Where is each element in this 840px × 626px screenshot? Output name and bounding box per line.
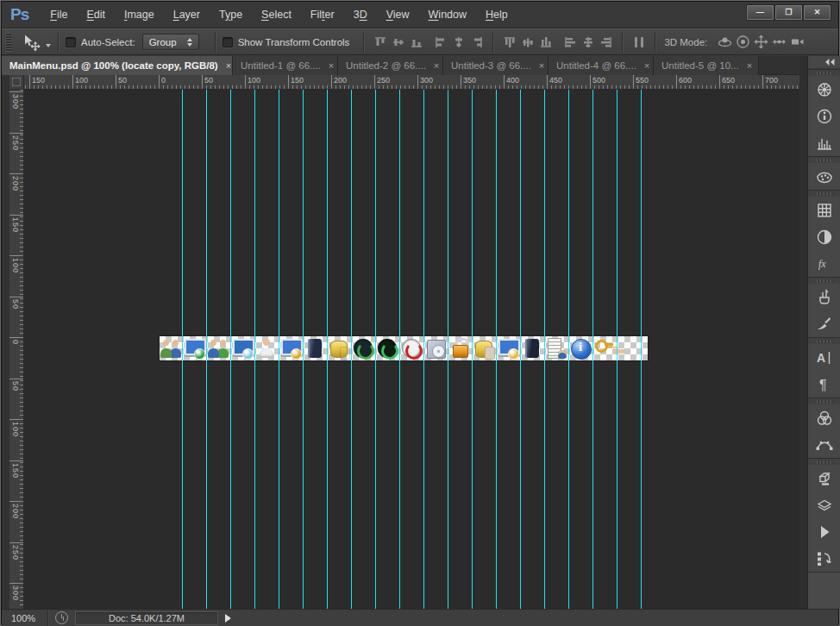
- document-tab-2[interactable]: Untitled-1 @ 66....×: [233, 56, 338, 75]
- 3d-roll-icon[interactable]: [734, 33, 752, 52]
- user-account-icon[interactable]: [255, 337, 278, 360]
- guide-vertical[interactable]: [496, 90, 497, 609]
- panel-group-gripper[interactable]: [808, 337, 840, 344]
- menu-layer[interactable]: Layer: [164, 2, 210, 28]
- menu-file[interactable]: File: [41, 2, 77, 28]
- guide-vertical[interactable]: [592, 90, 593, 609]
- panel-group-gripper[interactable]: [808, 69, 840, 76]
- info-icon[interactable]: [569, 337, 592, 360]
- zoom-level-field[interactable]: 100%: [11, 613, 47, 623]
- panel-button-navigator[interactable]: [808, 76, 840, 103]
- tab-close-icon[interactable]: ×: [226, 60, 231, 71]
- menu-image[interactable]: Image: [115, 2, 164, 28]
- guide-vertical[interactable]: [617, 90, 617, 609]
- panel-button-layers[interactable]: [808, 491, 840, 518]
- panel-button-histogram[interactable]: [808, 129, 840, 156]
- status-options-arrow-icon[interactable]: [225, 614, 231, 623]
- options-bar-gripper[interactable]: [6, 33, 11, 52]
- panel-button-tool-presets[interactable]: [808, 284, 840, 310]
- menu-3d[interactable]: 3D: [344, 2, 377, 28]
- menu-toolbar-artwork[interactable]: [160, 336, 648, 360]
- software-box-icon[interactable]: [424, 337, 447, 360]
- distribute-top-edges-icon[interactable]: [500, 33, 518, 52]
- guide-vertical[interactable]: [351, 90, 352, 609]
- panel-button-swatches[interactable]: [808, 197, 840, 223]
- guide-vertical[interactable]: [399, 90, 400, 609]
- database-icon[interactable]: [328, 337, 350, 360]
- doc-size-field[interactable]: Doc: 54.0K/1.27M: [75, 611, 218, 625]
- monitor-presentation-icon[interactable]: [231, 337, 254, 360]
- 3d-rotate-icon[interactable]: [716, 33, 734, 52]
- vertical-ruler[interactable]: 30025020015010050050100150200250300: [9, 90, 24, 609]
- menu-filter[interactable]: Filter: [301, 2, 344, 28]
- document-tab-1[interactable]: MainMenu.psd @ 100% (locate copy, RGB/8)…: [2, 56, 233, 75]
- tab-close-icon[interactable]: ×: [539, 60, 544, 71]
- panel-button-adjustments[interactable]: [808, 223, 840, 250]
- guide-vertical[interactable]: [303, 90, 304, 609]
- 3d-slide-icon[interactable]: [770, 33, 788, 52]
- menu-view[interactable]: View: [377, 2, 419, 28]
- distribute-vertical-centers-icon[interactable]: [518, 33, 536, 52]
- book-dark-icon[interactable]: [521, 337, 543, 360]
- panel-button-paths[interactable]: [808, 431, 840, 458]
- binder-dark-icon[interactable]: [304, 337, 326, 360]
- align-top-edges-icon[interactable]: [371, 33, 389, 52]
- horizontal-ruler[interactable]: 1501005005010015020025030035040045050055…: [24, 75, 799, 90]
- sync-green-icon[interactable]: [352, 337, 374, 360]
- guide-vertical[interactable]: [254, 90, 255, 609]
- distribute-horizontal-centers-icon[interactable]: [579, 33, 597, 52]
- computer-edit-icon[interactable]: [497, 337, 519, 360]
- panel-button-actions[interactable]: [808, 518, 840, 545]
- tool-preset-caret-icon[interactable]: [46, 44, 51, 47]
- panel-button-styles[interactable]: fx: [808, 250, 840, 277]
- panel-button-info[interactable]: [808, 103, 840, 129]
- document-tab-3[interactable]: Untitled-2 @ 66....×: [338, 56, 443, 75]
- panel-button-paragraph[interactable]: ¶: [808, 371, 840, 398]
- panel-button-channels[interactable]: [808, 404, 840, 431]
- align-left-edges-icon[interactable]: [431, 33, 449, 52]
- panel-group-gripper[interactable]: [808, 277, 840, 284]
- distribute-bottom-edges-icon[interactable]: [536, 33, 555, 52]
- guide-vertical[interactable]: [230, 90, 231, 609]
- align-vertical-centers-icon[interactable]: [389, 33, 407, 52]
- 3d-scale-icon[interactable]: [788, 33, 806, 52]
- power-red-icon[interactable]: [400, 337, 423, 360]
- close-button[interactable]: ✕: [804, 5, 831, 20]
- 3d-drag-icon[interactable]: [752, 33, 770, 52]
- panel-button-brush-presets[interactable]: [808, 310, 840, 337]
- align-right-edges-icon[interactable]: [467, 33, 486, 52]
- guide-vertical[interactable]: [375, 90, 376, 609]
- ruler-origin-corner[interactable]: [9, 75, 24, 90]
- guide-vertical[interactable]: [520, 90, 521, 609]
- status-clock-icon[interactable]: [55, 611, 68, 624]
- users-schedule-icon[interactable]: [207, 337, 229, 360]
- align-horizontal-centers-icon[interactable]: [449, 33, 467, 52]
- document-canvas[interactable]: [24, 90, 799, 609]
- menu-type[interactable]: Type: [210, 2, 252, 28]
- guide-vertical[interactable]: [568, 90, 569, 609]
- panel-button-character[interactable]: A: [808, 344, 840, 371]
- users-group-icon[interactable]: [160, 337, 182, 360]
- guide-vertical[interactable]: [423, 90, 424, 609]
- tab-close-icon[interactable]: ×: [434, 60, 439, 71]
- auto-select-target-dropdown[interactable]: Group: [142, 34, 199, 50]
- menu-window[interactable]: Window: [419, 2, 476, 28]
- guide-vertical[interactable]: [544, 90, 545, 609]
- guide-vertical[interactable]: [279, 90, 279, 609]
- tab-close-icon[interactable]: ×: [747, 60, 752, 71]
- align-bottom-edges-icon[interactable]: [407, 33, 425, 52]
- guide-vertical[interactable]: [206, 90, 207, 609]
- power-green-icon[interactable]: [376, 337, 398, 360]
- distribute-right-edges-icon[interactable]: [597, 33, 615, 52]
- show-transform-checkbox[interactable]: [223, 37, 233, 47]
- guide-vertical[interactable]: [448, 90, 448, 609]
- lock-orange-icon[interactable]: [448, 337, 471, 360]
- expand-panels-icon[interactable]: [823, 57, 837, 67]
- panel-group-gripper[interactable]: [808, 190, 840, 197]
- computer-search-icon[interactable]: [279, 337, 302, 360]
- key-user-icon[interactable]: [593, 337, 616, 360]
- menu-edit[interactable]: Edit: [77, 2, 115, 28]
- menu-help[interactable]: Help: [476, 2, 517, 28]
- panel-button-3d[interactable]: [808, 465, 840, 491]
- distribute-left-edges-icon[interactable]: [561, 33, 579, 52]
